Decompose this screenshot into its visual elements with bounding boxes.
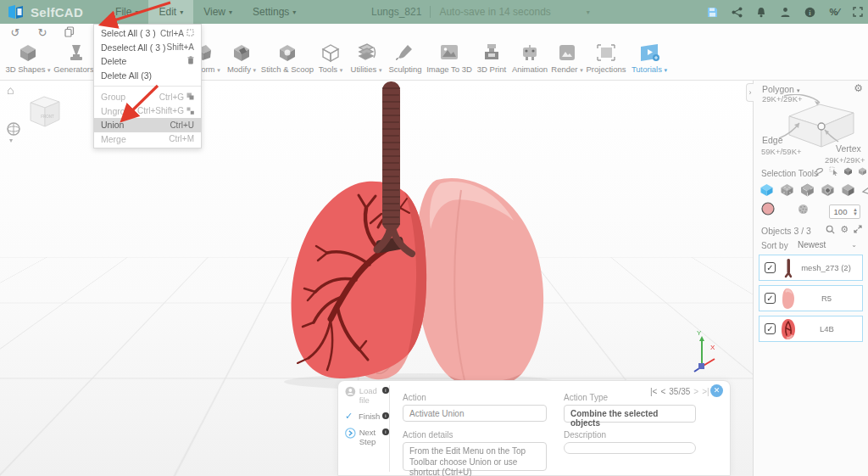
menu-view[interactable]: View▾ — [193, 0, 242, 24]
vertex-count: 29K+/29K+ — [825, 155, 865, 165]
cube-face-select-icon[interactable] — [843, 166, 853, 177]
menu-item-group[interactable]: Group Ctrl+G — [94, 90, 201, 104]
object-checkbox[interactable]: ✓ — [765, 323, 776, 334]
share-icon[interactable] — [732, 7, 743, 18]
select-plane-mode-icon[interactable] — [861, 182, 868, 199]
description-input[interactable] — [564, 442, 696, 454]
axis-y-label: Y — [697, 329, 702, 337]
tool-render[interactable]: Render ▾ — [550, 40, 584, 74]
menu-edit[interactable]: Edit▾ — [148, 0, 193, 24]
undo-icon[interactable]: ↺ — [8, 26, 22, 40]
tool-utilities[interactable]: Utilities ▾ — [347, 40, 386, 74]
copy-icon[interactable] — [63, 26, 76, 40]
notifications-icon[interactable] — [756, 7, 766, 18]
opacity-stepper[interactable]: 100 ▲▼ — [829, 204, 860, 219]
select-region-mode-icon[interactable] — [841, 182, 855, 199]
redo-icon[interactable]: ↻ — [36, 26, 49, 40]
select-object-mode-icon[interactable] — [760, 182, 774, 199]
material-color-swatch[interactable] — [761, 202, 775, 217]
edge-label: Edge — [762, 135, 783, 145]
autosave-status: Auto-save in 14 seconds — [439, 6, 550, 18]
tool-3d-shapes[interactable]: 3D Shapes ▾ — [4, 40, 52, 74]
tool-sculpting[interactable]: Sculpting — [386, 40, 425, 74]
right-panel: › Polygon ▾ 29K+/29K+ ⚙ Edge 59K+/59K+ V… — [753, 81, 868, 476]
prev-page-icon[interactable]: < — [660, 387, 665, 396]
select-vertex-mode-icon[interactable] — [821, 182, 835, 199]
top-menubar: SelfCAD File▾ Edit▾ View▾ Settings▾ Lung… — [0, 0, 868, 24]
select-edge-mode-icon[interactable] — [800, 182, 815, 199]
object-row-r5[interactable]: ✓ R5 — [759, 285, 863, 311]
document-title[interactable]: Lungs_821 — [371, 6, 421, 18]
sort-by-label: Sort by — [761, 241, 788, 250]
tool-stitch-scoop[interactable]: Stitch & Scoop — [260, 40, 314, 74]
description-label: Description — [564, 430, 606, 440]
menu-item-deselect-all[interactable]: Deselect All ( 3 ) Shift+A — [94, 41, 201, 55]
fullscreen-icon[interactable] — [853, 7, 863, 17]
object-checkbox[interactable]: ✓ — [765, 293, 776, 304]
panel-collapse-handle[interactable]: › — [746, 83, 754, 102]
close-tutorial-icon[interactable]: ✕ — [710, 384, 723, 397]
menu-item-select-all[interactable]: Select All ( 3 ) Ctrl+A — [94, 26, 201, 41]
axis-x-label: X — [710, 344, 715, 351]
object-thumbnail-trachea — [782, 258, 795, 278]
shortcuts-icon[interactable]: %⁄ — [829, 7, 839, 17]
cube-solid-select-icon[interactable] — [858, 166, 867, 177]
tool-animation[interactable]: Animation — [509, 40, 550, 74]
tool-projections[interactable]: Projections — [584, 40, 628, 74]
tutorial-panel: Load file i ✓ Finish i Next Step i Actio… — [337, 380, 731, 476]
panel-settings-gear-icon[interactable]: ⚙ — [854, 82, 863, 94]
menu-item-delete-all[interactable]: Delete All (3) — [94, 69, 201, 83]
menu-item-union[interactable]: Union Ctrl+U — [94, 118, 201, 132]
tutorial-pagination: |< < 35/35 > >| — [650, 387, 709, 396]
tool-tools[interactable]: Tools ▾ — [314, 40, 347, 74]
step-info-icon[interactable]: i — [382, 428, 389, 435]
info-icon[interactable]: i — [804, 7, 815, 18]
tool-image-to-3d[interactable]: Image To 3D — [425, 40, 474, 74]
stepper-arrows-icon[interactable]: ▲▼ — [851, 208, 860, 216]
home-view-icon[interactable]: ⌂ — [7, 83, 14, 97]
axis-gizmo: Y X — [694, 329, 715, 372]
step-load-file[interactable]: Load file i — [345, 386, 389, 405]
object-row-l4b[interactable]: ✓ L4B — [759, 316, 863, 342]
last-page-icon[interactable]: >| — [702, 387, 709, 396]
objects-count-label: Objects 3 / 3 — [761, 226, 811, 236]
menu-item-merge[interactable]: Merge Ctrl+M — [94, 132, 201, 147]
next-page-icon[interactable]: > — [693, 387, 698, 396]
menu-item-ungroup[interactable]: Ungroup Ctrl+Shift+G — [94, 104, 201, 119]
step-next-step[interactable]: Next Step i — [345, 428, 389, 446]
select-all-icon — [186, 28, 194, 38]
action-type-input[interactable]: Combine the selected objects — [564, 405, 696, 423]
object-checkbox[interactable]: ✓ — [765, 262, 776, 273]
lasso-select-icon[interactable] — [815, 166, 824, 177]
account-icon[interactable] — [780, 7, 791, 18]
selfcad-logo-icon — [7, 4, 25, 20]
first-page-icon[interactable]: |< — [650, 387, 657, 396]
object-thumbnail-left-lung — [780, 318, 797, 340]
leftnav-caret-icon[interactable]: ▾ — [9, 137, 13, 144]
select-polygon-mode-icon[interactable] — [780, 182, 794, 199]
step-finish[interactable]: ✓ Finish i — [345, 412, 389, 421]
action-details-textarea[interactable]: From the Edit Menu on the Top Toolbar ch… — [403, 442, 547, 471]
menu-settings[interactable]: Settings▾ — [242, 0, 306, 24]
polygon-mode-label[interactable]: Polygon ▾ — [762, 84, 799, 94]
autosave-caret-icon[interactable]: ▾ — [587, 8, 590, 16]
objects-expand-icon[interactable] — [854, 225, 862, 236]
texture-sphere-icon[interactable] — [798, 204, 809, 216]
step-info-icon[interactable]: i — [382, 387, 389, 394]
objects-search-icon[interactable] — [826, 225, 835, 236]
action-input[interactable]: Activate Union — [403, 405, 547, 422]
tool-3d-print[interactable]: 3D Print — [474, 40, 509, 74]
tool-tutorials[interactable]: Tutorials ▾ — [628, 40, 670, 74]
tool-modify[interactable]: Modify ▾ — [223, 40, 260, 74]
save-icon[interactable] — [707, 7, 718, 18]
sort-dropdown[interactable]: Newest ⌄ — [798, 240, 862, 249]
objects-settings-gear-icon[interactable]: ⚙ — [840, 225, 849, 236]
pick-select-icon[interactable] — [829, 166, 838, 177]
step-info-icon[interactable]: i — [382, 412, 389, 419]
menu-file[interactable]: File▾ — [105, 0, 148, 24]
orbit-icon[interactable] — [6, 121, 21, 137]
view-cube[interactable]: FRONT — [22, 91, 64, 130]
object-row-mesh-273[interactable]: ✓ mesh_273 (2) — [759, 255, 863, 281]
menu-item-delete[interactable]: Delete — [94, 54, 201, 69]
opacity-value: 100 — [830, 207, 851, 216]
